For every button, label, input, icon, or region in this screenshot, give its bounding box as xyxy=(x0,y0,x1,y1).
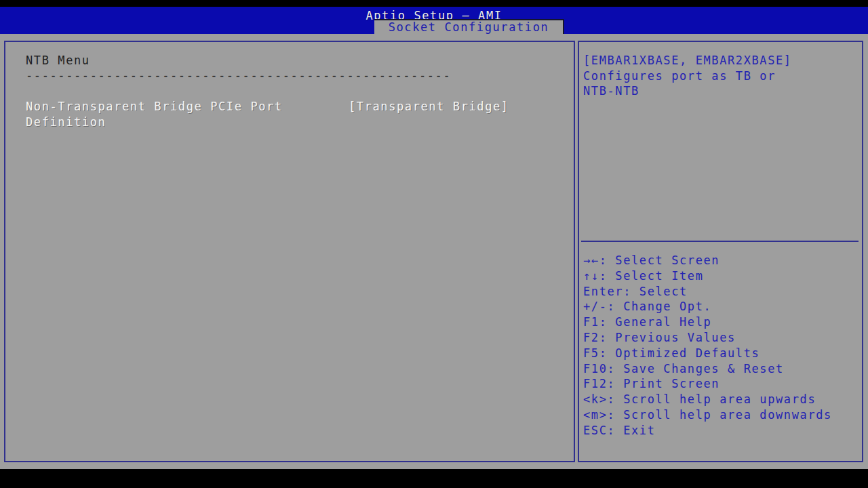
tab-socket-configuration[interactable]: Socket Configuration xyxy=(374,19,564,34)
option-value[interactable]: [Transparent Bridge] xyxy=(349,99,509,114)
key-hint: F12: Print Screen xyxy=(583,376,861,392)
key-hint: F2: Previous Values xyxy=(583,330,861,346)
key-hint: F1: General Help xyxy=(583,314,861,330)
key-hint: F10: Save Changes & Reset xyxy=(583,361,861,377)
section-separator: ----------------------------------------… xyxy=(26,68,451,83)
title-bar: Aptio Setup – AMI Socket Configuration xyxy=(0,7,868,34)
bios-setup-screen: Aptio Setup – AMI Socket Configuration N… xyxy=(0,0,868,488)
section-title: NTB Menu xyxy=(26,53,90,68)
key-hint: ↑↓: Select Item xyxy=(583,268,861,284)
options-panel: NTB Menu -------------------------------… xyxy=(4,41,575,462)
key-legend: →←: Select Screen ↑↓: Select Item Enter:… xyxy=(583,253,861,439)
key-hint: F5: Optimized Defaults xyxy=(583,346,861,361)
key-hint: <m>: Scroll help area downwards xyxy=(583,407,861,423)
help-line: NTB-NTB xyxy=(583,83,858,99)
option-ntb-pcie-port-definition[interactable]: Non-Transparent Bridge PCIe Port Definit… xyxy=(5,99,574,130)
help-panel: [EMBAR1XBASE, EMBAR2XBASE] Configures po… xyxy=(578,41,863,462)
help-divider xyxy=(581,241,859,242)
help-description: [EMBAR1XBASE, EMBAR2XBASE] Configures po… xyxy=(583,53,858,99)
key-hint: +/-: Change Opt. xyxy=(583,299,861,314)
key-hint: Enter: Select xyxy=(583,284,861,300)
key-hint: ESC: Exit xyxy=(583,423,861,439)
key-hint: →←: Select Screen xyxy=(583,253,861,268)
help-line: [EMBAR1XBASE, EMBAR2XBASE] xyxy=(583,53,858,68)
help-line: Configures port as TB or xyxy=(583,68,858,84)
key-hint: <k>: Scroll help area upwards xyxy=(583,392,861,407)
option-label: Non-Transparent Bridge PCIe Port Definit… xyxy=(26,99,338,130)
